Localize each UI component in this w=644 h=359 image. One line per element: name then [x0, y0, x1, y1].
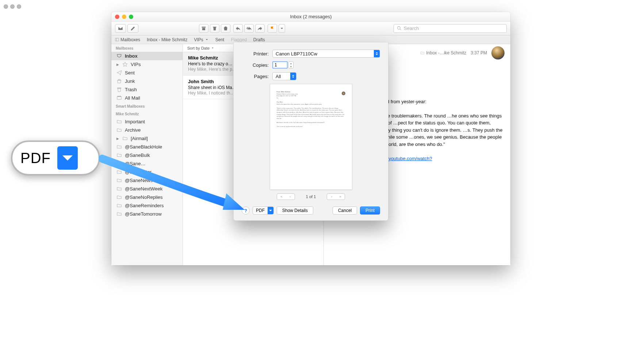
- pages-select[interactable]: All: [272, 72, 296, 80]
- folder-icon: [116, 127, 122, 133]
- sidebar-item-sanenoreplies[interactable]: @SaneNoReplies: [111, 193, 183, 201]
- flag-button[interactable]: [268, 24, 277, 33]
- reply-button[interactable]: [233, 24, 243, 33]
- chevron-down-icon: [268, 207, 273, 214]
- sidebar-section-acct: Mike Schmitz: [111, 110, 183, 117]
- forward-button[interactable]: [255, 24, 265, 33]
- prev-page-group[interactable]: «‹: [277, 193, 295, 200]
- printer-label: Printer:: [242, 51, 269, 57]
- close-icon[interactable]: [115, 15, 119, 19]
- preview-nav: «‹ 1 of 1 ›»: [242, 193, 380, 200]
- sidebar-item-sanelater[interactable]: @SaneLater: [111, 168, 183, 176]
- copies-stepper[interactable]: ▲▼: [288, 61, 294, 69]
- sidebar-item-allmail[interactable]: All Mail: [111, 94, 183, 102]
- window-title: Inbox (2 messages): [290, 14, 331, 19]
- sidebar-item-sanetomorrow[interactable]: @SaneTomorrow: [111, 210, 183, 218]
- sidebar-item-junk[interactable]: Junk: [111, 77, 183, 85]
- sent-icon: [116, 70, 122, 76]
- first-page-icon[interactable]: «: [277, 194, 286, 200]
- sidebar-item-sanenews[interactable]: @SaneNews: [111, 176, 183, 185]
- chevron-right-icon[interactable]: ▶: [116, 63, 119, 66]
- window-traffic-lights[interactable]: [115, 15, 133, 19]
- folder-icon: [116, 144, 122, 150]
- minimize-icon[interactable]: [122, 15, 126, 19]
- zoom-icon[interactable]: [129, 15, 133, 19]
- copies-input[interactable]: [272, 61, 288, 69]
- reply-all-button[interactable]: [244, 24, 254, 33]
- mailboxes-toggle[interactable]: Mailboxes: [115, 37, 140, 42]
- updown-icon: [290, 73, 296, 80]
- compose-icon: [130, 26, 135, 31]
- allmail-icon: [116, 95, 122, 101]
- folder-icon: [116, 194, 122, 200]
- callout-label: PDF: [20, 150, 51, 166]
- print-preview: From: Mike Schmitz Subject: Here's to th…: [270, 84, 352, 190]
- sidebar-item-saneblackhole[interactable]: @SaneBlackHole: [111, 143, 183, 151]
- trash-icon: [212, 26, 217, 31]
- reply-all-icon: [246, 26, 252, 31]
- help-button[interactable]: ?: [242, 206, 250, 215]
- search-placeholder: Search: [404, 26, 419, 31]
- last-page-icon[interactable]: »: [336, 194, 345, 200]
- sidebar-item-sanenextweek[interactable]: @SaneNextWeek: [111, 185, 183, 193]
- folder-icon: [116, 178, 122, 183]
- pdf-menu-button[interactable]: PDF: [253, 206, 274, 215]
- sidebar-item-archive[interactable]: Archive: [111, 126, 183, 134]
- titlebar: Inbox (2 messages): [111, 12, 510, 22]
- sidebar-item-important[interactable]: Important: [111, 117, 183, 126]
- flag-menu-button[interactable]: [279, 24, 285, 33]
- junk-button[interactable]: [221, 24, 230, 33]
- envelope-icon: [118, 26, 123, 31]
- folder-icon: [116, 186, 122, 192]
- sidebar-item-airmail[interactable]: ▶[Airmail]: [111, 134, 183, 143]
- tab-drafts[interactable]: Drafts: [253, 37, 265, 42]
- page-counter: 1 of 1: [306, 194, 316, 199]
- svg-rect-1: [115, 38, 119, 41]
- print-button[interactable]: Print: [360, 206, 380, 215]
- forward-icon: [257, 26, 262, 31]
- tab-vips[interactable]: VIPs: [194, 37, 208, 42]
- chevron-down-icon: [279, 26, 284, 31]
- sidebar-item-sanereminders[interactable]: @SaneReminders: [111, 201, 183, 210]
- tab-sent[interactable]: Sent: [215, 37, 225, 42]
- minimize-icon: [10, 4, 15, 9]
- archive-button[interactable]: [199, 24, 208, 33]
- get-mail-button[interactable]: [115, 24, 126, 33]
- folder-icon: [116, 169, 122, 175]
- flag-icon: [270, 26, 275, 31]
- show-details-button[interactable]: Show Details: [277, 206, 313, 215]
- sidebar-item-sane-trunc[interactable]: @Sane…: [111, 159, 183, 168]
- folder-icon: [420, 51, 425, 55]
- tab-flagged[interactable]: Flagged: [231, 37, 246, 42]
- toolbar: Search: [111, 22, 510, 35]
- print-dialog: Printer: Canon LBP7110Cw Copies: ▲▼ Page…: [233, 42, 388, 221]
- sidebar: Mailboxes Inbox ▶VIPs Sent Junk Trash Al…: [111, 44, 183, 265]
- cancel-button[interactable]: Cancel: [333, 206, 357, 215]
- sidebar-item-vips[interactable]: ▶VIPs: [111, 60, 183, 69]
- zoom-icon: [17, 4, 21, 9]
- chevron-down-icon: [57, 146, 78, 170]
- printer-select[interactable]: Canon LBP7110Cw: [272, 50, 380, 58]
- junk-icon: [223, 26, 228, 31]
- updown-icon: [374, 50, 380, 57]
- sidebar-item-sent[interactable]: Sent: [111, 69, 183, 77]
- chevron-down-icon: [205, 38, 209, 42]
- search-icon: [397, 26, 402, 31]
- host-traffic-lights: [4, 4, 21, 9]
- compose-button[interactable]: [127, 24, 138, 33]
- svg-rect-3: [117, 97, 121, 100]
- chevron-right-icon[interactable]: ▶: [116, 137, 119, 140]
- tab-inbox[interactable]: Inbox - Mike Schmitz: [147, 37, 187, 42]
- next-page-group[interactable]: ›»: [327, 193, 345, 200]
- next-page-icon[interactable]: ›: [327, 194, 336, 200]
- chevron-down-icon: ▼: [289, 65, 293, 68]
- avatar: [491, 46, 505, 59]
- search-field[interactable]: Search: [394, 24, 507, 33]
- prev-page-icon[interactable]: ‹: [286, 194, 295, 200]
- folder-icon: [116, 119, 122, 124]
- sidebar-item-inbox[interactable]: Inbox: [111, 52, 183, 60]
- sidebar-item-trash[interactable]: Trash: [111, 85, 183, 94]
- pdf-callout: PDF: [11, 140, 100, 175]
- sidebar-item-sanebulk[interactable]: @SaneBulk: [111, 151, 183, 159]
- delete-button[interactable]: [210, 24, 219, 33]
